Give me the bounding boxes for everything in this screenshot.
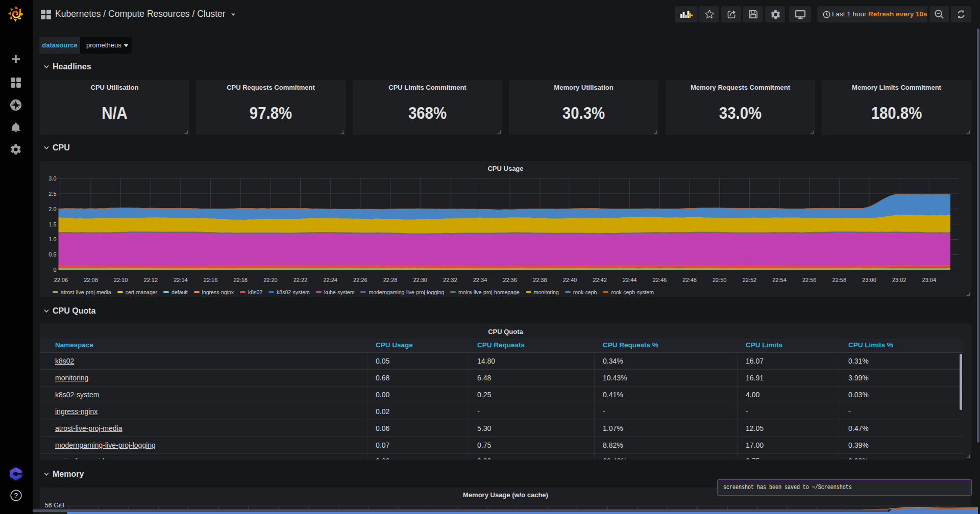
svg-text:23:02: 23:02	[892, 277, 906, 283]
svg-text:22:58: 22:58	[832, 277, 847, 283]
svg-text:22:38: 22:38	[533, 277, 547, 283]
svg-text:22:24: 22:24	[323, 277, 337, 283]
svg-text:22:44: 22:44	[623, 277, 637, 283]
svg-text:0.5: 0.5	[48, 251, 56, 258]
svg-text:2.0: 2.0	[48, 206, 56, 212]
svg-text:22:08: 22:08	[84, 277, 98, 283]
svg-text:1.5: 1.5	[48, 221, 56, 227]
svg-text:3.0: 3.0	[48, 175, 56, 182]
svg-text:22:16: 22:16	[204, 277, 218, 283]
svg-text:1.0: 1.0	[48, 236, 56, 242]
svg-text:2.5: 2.5	[48, 191, 56, 197]
svg-text:22:40: 22:40	[563, 277, 577, 283]
svg-text:23:00: 23:00	[862, 277, 876, 283]
svg-text:0: 0	[53, 267, 56, 273]
svg-text:22:26: 22:26	[353, 277, 368, 283]
svg-text:22:34: 22:34	[473, 277, 487, 283]
svg-text:22:42: 22:42	[593, 277, 607, 283]
svg-text:23:04: 23:04	[922, 277, 937, 283]
svg-text:22:50: 22:50	[713, 277, 727, 283]
svg-text:22:52: 22:52	[743, 277, 757, 283]
svg-text:22:30: 22:30	[413, 277, 427, 283]
svg-text:22:18: 22:18	[233, 277, 248, 283]
svg-text:22:54: 22:54	[772, 277, 787, 283]
svg-text:22:10: 22:10	[114, 277, 128, 283]
svg-text:22:20: 22:20	[263, 277, 278, 283]
svg-text:22:36: 22:36	[503, 277, 517, 283]
svg-text:22:48: 22:48	[682, 277, 697, 283]
svg-text:?: ?	[14, 492, 18, 499]
svg-text:22:06: 22:06	[54, 277, 68, 283]
svg-text:22:46: 22:46	[653, 277, 667, 283]
svg-text:22:28: 22:28	[383, 277, 398, 283]
svg-text:22:12: 22:12	[144, 277, 158, 283]
svg-text:22:22: 22:22	[293, 277, 308, 283]
svg-text:22:32: 22:32	[443, 277, 457, 283]
svg-text:22:14: 22:14	[174, 277, 188, 283]
svg-text:22:56: 22:56	[802, 277, 817, 283]
